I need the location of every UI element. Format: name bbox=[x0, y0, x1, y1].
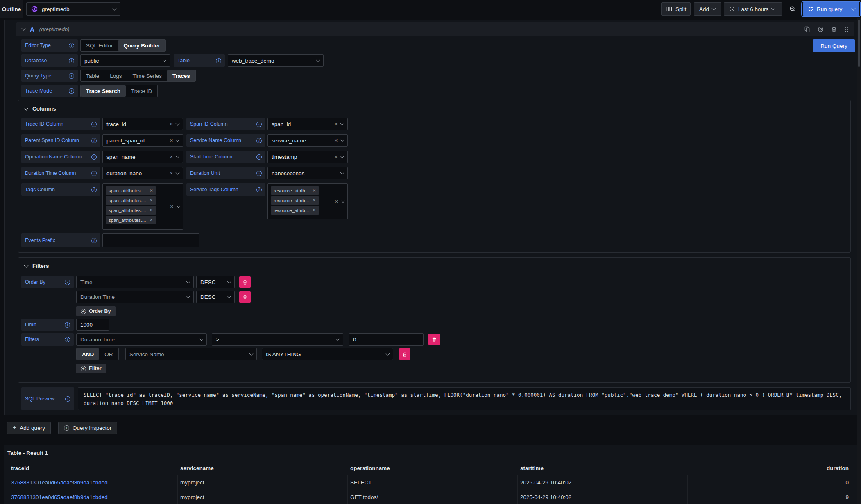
service-name-column-select[interactable]: service_name bbox=[267, 134, 348, 147]
datasource-picker[interactable]: greptimedb bbox=[26, 2, 120, 16]
info-icon[interactable] bbox=[256, 138, 262, 143]
query-type-option-table[interactable]: Table bbox=[81, 70, 104, 81]
editor-type-option-sql-editor[interactable]: SQL Editor bbox=[81, 40, 118, 51]
column-header-traceid[interactable]: traceid bbox=[11, 465, 29, 471]
info-icon[interactable] bbox=[65, 337, 70, 342]
info-icon[interactable] bbox=[69, 43, 74, 48]
duplicate-query-icon[interactable] bbox=[804, 26, 810, 32]
info-icon[interactable] bbox=[256, 122, 262, 127]
remove-chip-icon[interactable] bbox=[149, 208, 153, 213]
table-select[interactable]: web_trace_demo bbox=[228, 54, 324, 67]
remove-order-by-button[interactable] bbox=[239, 276, 251, 288]
scrollbar-thumb[interactable] bbox=[858, 20, 860, 67]
connector-option-or[interactable]: OR bbox=[99, 348, 118, 360]
editor-type-option-query-builder[interactable]: Query Builder bbox=[118, 40, 165, 51]
clear-icon[interactable] bbox=[334, 122, 338, 127]
order-by-field-select[interactable]: Time bbox=[76, 276, 194, 288]
add-button[interactable]: Add bbox=[694, 2, 721, 16]
delete-query-icon[interactable] bbox=[831, 26, 837, 32]
events-prefix-input[interactable] bbox=[102, 233, 199, 247]
columns-section-header[interactable]: Columns bbox=[25, 106, 56, 112]
tag-chip[interactable]: span_attributes.... bbox=[106, 216, 156, 224]
clear-icon[interactable] bbox=[170, 154, 173, 160]
info-icon[interactable] bbox=[65, 396, 70, 402]
filter-value-input[interactable] bbox=[349, 333, 424, 346]
info-icon[interactable] bbox=[91, 187, 97, 192]
connector-option-and[interactable]: AND bbox=[77, 348, 99, 360]
clear-icon[interactable] bbox=[334, 154, 338, 160]
operation-name-column-select[interactable]: span_name bbox=[102, 151, 183, 163]
tag-chip[interactable]: span_attributes.... bbox=[106, 186, 156, 195]
time-range-picker[interactable]: Last 6 hours bbox=[724, 2, 782, 16]
clear-icon[interactable] bbox=[334, 138, 338, 143]
database-select[interactable]: public bbox=[80, 54, 170, 67]
filter-field-select[interactable]: Service Name bbox=[125, 348, 257, 360]
query-type-option-time-series[interactable]: Time Series bbox=[127, 70, 168, 81]
info-icon[interactable] bbox=[256, 154, 262, 160]
run-query-button[interactable]: Run query bbox=[803, 2, 847, 16]
info-icon[interactable] bbox=[91, 122, 97, 127]
run-query-inner-button[interactable]: Run Query bbox=[813, 39, 855, 52]
service-tag-chip[interactable]: resource_attrib... bbox=[271, 196, 319, 205]
clear-all-icon[interactable] bbox=[335, 199, 338, 204]
info-icon[interactable] bbox=[256, 171, 262, 176]
order-by-direction-select[interactable]: DESC bbox=[196, 291, 235, 303]
remove-order-by-button[interactable] bbox=[239, 291, 251, 303]
trace-id-column-select[interactable]: trace_id bbox=[102, 118, 183, 130]
run-query-dropdown-button[interactable] bbox=[847, 2, 859, 16]
zoom-out-time-button[interactable] bbox=[785, 2, 800, 16]
column-header-servicename[interactable]: servicename bbox=[180, 465, 214, 471]
remove-chip-icon[interactable] bbox=[312, 208, 316, 213]
query-inspector-button[interactable]: Query inspector bbox=[58, 422, 117, 434]
service-tags-column-multiselect[interactable]: resource_attrib... resource_attrib... re… bbox=[267, 183, 348, 219]
span-id-column-select[interactable]: span_id bbox=[267, 118, 348, 130]
query-type-option-logs[interactable]: Logs bbox=[104, 70, 127, 81]
filter-operator-select[interactable]: > bbox=[212, 333, 343, 346]
tags-column-multiselect[interactable]: span_attributes.... span_attributes.... … bbox=[102, 183, 183, 230]
start-time-column-select[interactable]: timestamp bbox=[267, 151, 348, 163]
outline-toggle[interactable]: Outline bbox=[0, 0, 23, 18]
info-icon[interactable] bbox=[69, 58, 74, 63]
traceid-link[interactable]: 3768831301ea0d65adaef8b9da1cbded bbox=[11, 494, 108, 500]
service-tag-chip[interactable]: resource_attrib... bbox=[271, 206, 319, 215]
duration-time-column-select[interactable]: duration_nano bbox=[102, 167, 183, 179]
split-button[interactable]: Split bbox=[661, 2, 691, 16]
add-filter-button[interactable]: Filter bbox=[76, 364, 106, 373]
query-type-option-traces[interactable]: Traces bbox=[167, 70, 195, 81]
add-query-button[interactable]: Add query bbox=[7, 422, 51, 434]
filters-section-header[interactable]: Filters bbox=[25, 263, 49, 269]
clear-icon[interactable] bbox=[170, 138, 173, 143]
order-by-direction-select[interactable]: DESC bbox=[196, 276, 235, 288]
info-icon[interactable] bbox=[91, 154, 97, 160]
info-icon[interactable] bbox=[65, 280, 70, 285]
info-icon[interactable] bbox=[256, 187, 262, 192]
trace-mode-option-trace-id[interactable]: Trace ID bbox=[126, 85, 157, 97]
remove-chip-icon[interactable] bbox=[149, 198, 153, 203]
tag-chip[interactable]: span_attributes.... bbox=[106, 196, 156, 205]
info-icon[interactable] bbox=[69, 73, 74, 79]
info-icon[interactable] bbox=[69, 88, 74, 94]
info-icon[interactable] bbox=[91, 238, 97, 243]
remove-chip-icon[interactable] bbox=[149, 217, 153, 223]
column-header-starttime[interactable]: starttime bbox=[520, 465, 544, 471]
info-icon[interactable] bbox=[91, 138, 97, 143]
clear-icon[interactable] bbox=[170, 171, 173, 176]
info-icon[interactable] bbox=[216, 58, 221, 63]
clear-all-icon[interactable] bbox=[170, 204, 174, 209]
parent-span-id-column-select[interactable]: parent_span_id bbox=[102, 134, 183, 147]
order-by-field-select[interactable]: Duration Time bbox=[76, 291, 194, 303]
filter-operator-select[interactable]: IS ANYTHING bbox=[262, 348, 393, 360]
duration-unit-select[interactable]: nanoseconds bbox=[267, 167, 348, 179]
clear-icon[interactable] bbox=[170, 122, 173, 127]
add-order-by-button[interactable]: Order By bbox=[76, 306, 116, 316]
trace-mode-option-trace-search[interactable]: Trace Search bbox=[81, 85, 126, 97]
service-tag-chip[interactable]: resource_attrib... bbox=[271, 186, 319, 195]
column-header-operationname[interactable]: operationname bbox=[350, 465, 390, 471]
remove-chip-icon[interactable] bbox=[312, 198, 316, 203]
remove-chip-icon[interactable] bbox=[312, 188, 316, 193]
remove-chip-icon[interactable] bbox=[149, 188, 153, 193]
remove-filter-button[interactable] bbox=[399, 348, 410, 360]
remove-filter-button[interactable] bbox=[428, 334, 440, 345]
drag-handle-icon[interactable] bbox=[844, 26, 849, 32]
scrollbar-track[interactable] bbox=[857, 18, 861, 504]
